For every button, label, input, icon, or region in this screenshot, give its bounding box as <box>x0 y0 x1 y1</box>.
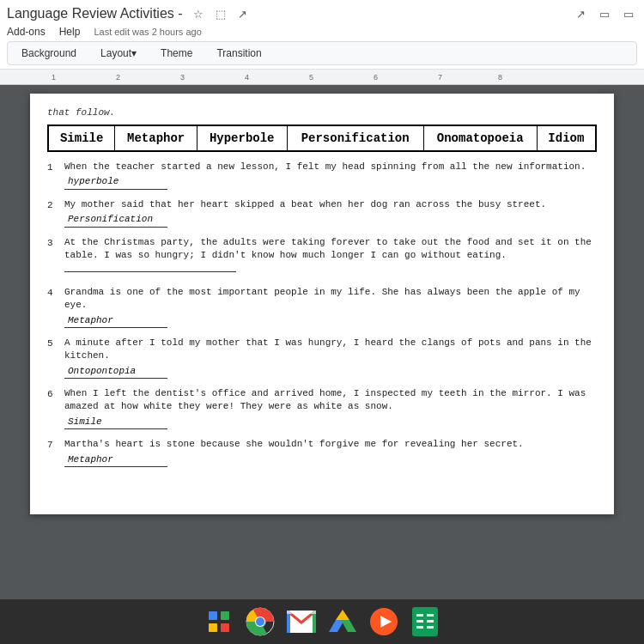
q-number-2: 2 <box>47 198 64 228</box>
word-onomatopoeia: Onomatopoeia <box>423 125 537 151</box>
gmail-icon[interactable] <box>286 606 317 637</box>
q-content-2: My mother said that her heart skipped a … <box>64 198 597 228</box>
q-content-7: Martha's heart is stone because she woul… <box>64 438 597 467</box>
word-metaphor: Metaphor <box>115 125 197 151</box>
menu-row: Add-ons Help Last edit was 2 hours ago <box>7 24 637 39</box>
format-theme[interactable]: Theme <box>154 46 199 61</box>
word-bank-table: Simile Metaphor Hyperbole Personificatio… <box>47 125 597 152</box>
main-area: Language Review Activities - ☆ ⬚ ↗ ↗ ▭ ▭… <box>0 0 644 613</box>
play-icon[interactable] <box>368 606 399 637</box>
question-item-3: 3 At the Christmas party, the adults wer… <box>47 236 597 277</box>
chat-icon[interactable]: ▭ <box>596 5 613 22</box>
ruler-tick-4: 4 <box>245 73 249 82</box>
svg-rect-15 <box>416 614 423 617</box>
svg-rect-3 <box>221 623 229 632</box>
ruler-tick-1: 1 <box>52 73 56 82</box>
q-number-5: 5 <box>47 337 64 379</box>
svg-rect-20 <box>427 626 434 629</box>
word-idiom: Idiom <box>537 125 596 151</box>
ruler: 1 2 3 4 5 6 7 8 <box>0 70 644 85</box>
q-number-6: 6 <box>47 387 64 429</box>
present-icon[interactable]: ▭ <box>620 5 637 22</box>
google-apps-icon[interactable] <box>204 606 234 637</box>
svg-rect-16 <box>427 614 434 617</box>
q-text-7: Martha's heart is stone because she woul… <box>64 438 597 451</box>
q-answer-4[interactable]: Metaphor <box>64 314 167 328</box>
svg-rect-11 <box>287 611 316 614</box>
q-text-1: When the teacher started a new lesson, I… <box>64 161 597 173</box>
svg-rect-19 <box>416 626 423 629</box>
sheets-icon[interactable] <box>410 606 440 637</box>
svg-rect-18 <box>427 620 434 623</box>
drive-icon[interactable] <box>327 606 358 637</box>
taskbar <box>0 599 644 644</box>
q-text-6: When I left the dentist's office and arr… <box>64 387 597 414</box>
q-text-2: My mother said that her heart skipped a … <box>64 198 597 211</box>
q-content-5: A minute after I told my mother that I w… <box>64 337 597 379</box>
slide-canvas: that follow. Simile Metaphor Hyperbole P… <box>30 94 614 514</box>
share-icon[interactable]: ↗ <box>234 5 252 22</box>
q-content-3: At the Christmas party, the adults were … <box>64 236 597 277</box>
q-number-4: 4 <box>47 286 64 328</box>
q-text-5: A minute after I told my mother that I w… <box>64 337 597 363</box>
format-layout[interactable]: Layout▾ <box>94 46 143 61</box>
menu-addons[interactable]: Add-ons <box>7 26 46 38</box>
title-icons: ☆ ⬚ ↗ <box>190 5 252 22</box>
word-simile: Simile <box>48 125 115 151</box>
q-answer-1[interactable]: hyperbole <box>64 175 167 189</box>
question-item-4: 4 Grandma is one of the most important p… <box>47 286 597 328</box>
chrome-icon[interactable] <box>245 606 276 637</box>
word-bank-row: Simile Metaphor Hyperbole Personificatio… <box>48 125 596 151</box>
q-number-3: 3 <box>47 236 64 277</box>
q-number-7: 7 <box>47 438 64 467</box>
ruler-tick-3: 3 <box>180 73 185 82</box>
question-item-5: 5 A minute after I told my mother that I… <box>47 337 597 379</box>
question-item-6: 6 When I left the dentist's office and a… <box>47 387 597 429</box>
slide-area: that follow. Simile Metaphor Hyperbole P… <box>0 85 644 613</box>
q-content-4: Grandma is one of the most important peo… <box>64 286 597 328</box>
ruler-tick-6: 6 <box>374 73 378 82</box>
svg-rect-1 <box>221 611 229 620</box>
q-answer-7[interactable]: Metaphor <box>64 453 167 467</box>
format-transition[interactable]: Transition <box>210 46 268 61</box>
q-answer-3[interactable] <box>64 271 236 272</box>
q-answer-2[interactable]: Personification <box>64 213 167 227</box>
ruler-tick-8: 8 <box>498 73 502 82</box>
folder-icon[interactable]: ⬚ <box>212 5 229 22</box>
format-background[interactable]: Background <box>15 46 83 61</box>
ruler-tick-7: 7 <box>438 73 442 82</box>
q-answer-5[interactable]: Ontopontopia <box>64 365 167 379</box>
q-text-4: Grandma is one of the most important peo… <box>64 286 597 313</box>
question-item-7: 7 Martha's heart is stone because she wo… <box>47 438 597 467</box>
top-right-icons: ↗ ▭ ▭ <box>572 5 637 22</box>
question-item-2: 2 My mother said that her heart skipped … <box>47 198 597 228</box>
star-icon[interactable]: ☆ <box>190 5 207 22</box>
q-content-1: When the teacher started a new lesson, I… <box>64 161 597 190</box>
menu-help[interactable]: Help <box>59 26 81 38</box>
word-personification: Personification <box>287 125 423 151</box>
svg-point-7 <box>256 617 264 626</box>
q-answer-6[interactable]: Simile <box>64 416 167 429</box>
q-text-3: At the Christmas party, the adults were … <box>64 236 597 263</box>
last-edit-label: Last edit was 2 hours ago <box>94 27 201 37</box>
svg-rect-2 <box>209 623 217 632</box>
svg-rect-17 <box>416 620 423 623</box>
ruler-tick-2: 2 <box>116 73 120 82</box>
svg-rect-0 <box>209 611 217 620</box>
intro-text: that follow. <box>47 107 597 118</box>
q-number-1: 1 <box>47 161 64 190</box>
ruler-tick-5: 5 <box>309 73 313 82</box>
slides-toolbar: Language Review Activities - ☆ ⬚ ↗ ↗ ▭ ▭… <box>0 0 644 70</box>
document-title: Language Review Activities - <box>7 6 183 21</box>
trend-icon[interactable]: ↗ <box>572 5 589 22</box>
svg-rect-14 <box>412 607 438 636</box>
word-hyperbole: Hyperbole <box>197 125 287 151</box>
q-content-6: When I left the dentist's office and arr… <box>64 387 597 429</box>
title-row: Language Review Activities - ☆ ⬚ ↗ ↗ ▭ ▭ <box>7 3 637 24</box>
question-list: 1 When the teacher started a new lesson,… <box>47 161 597 467</box>
question-item-1: 1 When the teacher started a new lesson,… <box>47 161 597 190</box>
format-toolbar: Background Layout▾ Theme Transition <box>7 41 637 65</box>
